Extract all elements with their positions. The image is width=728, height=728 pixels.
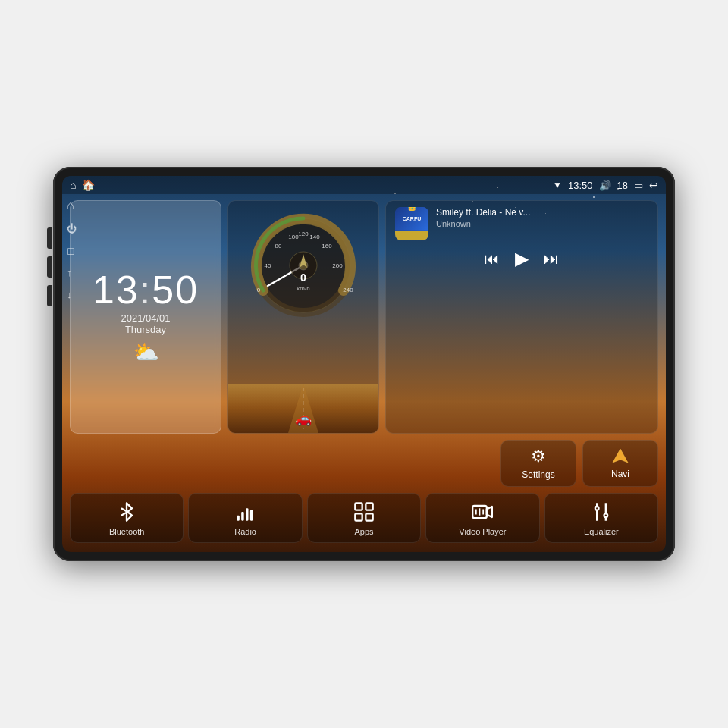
settings-button[interactable]: ⚙ Settings <box>500 440 576 487</box>
apps-label: Apps <box>354 527 373 536</box>
svg-rect-27 <box>366 513 372 520</box>
svg-rect-23 <box>249 510 253 521</box>
volume-value: 18 <box>617 180 628 191</box>
gauge-container: 0 40 80 100 120 140 160 200 240 <box>239 201 368 318</box>
svg-marker-19 <box>613 449 628 463</box>
apps-button[interactable]: Apps <box>307 493 421 543</box>
speedometer-svg: 0 40 80 100 120 140 160 200 240 <box>239 201 368 318</box>
apps-icon <box>353 501 375 522</box>
clock-colon: : <box>140 268 152 312</box>
settings-icon: ⚙ <box>531 447 546 466</box>
next-button[interactable]: ⏭ <box>544 250 559 268</box>
android-recents-btn[interactable]: ◻ <box>67 245 77 256</box>
svg-text:0: 0 <box>300 271 306 284</box>
android-back-btn[interactable]: ⏻ <box>67 223 77 234</box>
svg-text:140: 140 <box>309 234 320 240</box>
screen: ⌂ 🏠 ▼ 13:50 🔊 18 ▭ ↩ 13:50 <box>62 176 666 552</box>
vol-up-btn[interactable]: ↑ <box>67 267 77 278</box>
video-icon <box>472 501 493 522</box>
logo-text: CARFU <box>403 216 422 221</box>
radio-icon <box>235 501 256 522</box>
svg-text:240: 240 <box>343 287 353 293</box>
music-title: Smiley ft. Delia - Ne v... <box>436 207 648 218</box>
clock-day: Thursday <box>125 324 166 335</box>
svg-text:40: 40 <box>265 262 271 269</box>
music-logo: CARFU 👑 <box>395 207 428 240</box>
home-icon[interactable]: ⌂ <box>70 179 76 191</box>
svg-rect-22 <box>246 508 249 520</box>
svg-marker-29 <box>487 507 492 517</box>
status-bar-left: ⌂ 🏠 <box>70 179 95 191</box>
car-head-unit: ⌂ 🏠 ▼ 13:50 🔊 18 ▭ ↩ 13:50 <box>53 167 675 561</box>
vol-down-btn[interactable]: ↓ <box>67 289 77 300</box>
side-buttons <box>47 228 52 306</box>
battery-icon: ▭ <box>634 180 643 191</box>
status-bar-right: ▼ 13:50 🔊 18 ▭ ↩ <box>553 179 658 191</box>
status-time: 13:50 <box>568 180 593 191</box>
middle-row: ⚙ Settings Navi <box>70 440 658 487</box>
side-btn-1[interactable] <box>47 228 52 249</box>
svg-text:160: 160 <box>322 243 332 249</box>
location-icon[interactable]: 🏠 <box>82 179 95 191</box>
logo-ribbon <box>395 231 428 240</box>
svg-point-36 <box>604 513 607 517</box>
music-info: Smiley ft. Delia - Ne v... Unknown <box>436 207 648 228</box>
speaker-icon: 🔊 <box>599 180 611 191</box>
music-controls: ⏮ ▶ ⏭ <box>395 248 648 269</box>
svg-text:100: 100 <box>288 234 299 240</box>
app-bar: Bluetooth Radio <box>70 493 658 546</box>
prev-button[interactable]: ⏮ <box>485 250 500 268</box>
status-bar: ⌂ 🏠 ▼ 13:50 🔊 18 ▭ ↩ <box>62 176 666 194</box>
settings-label: Settings <box>522 469 554 480</box>
car-icon: 🚗 <box>295 410 312 427</box>
svg-text:0: 0 <box>257 287 261 293</box>
music-artist: Unknown <box>436 219 648 228</box>
side-btn-3[interactable] <box>47 285 52 306</box>
radio-label: Radio <box>234 527 256 536</box>
video-button[interactable]: Video Player <box>425 493 539 543</box>
video-label: Video Player <box>459 527 506 536</box>
radio-button[interactable]: Radio <box>188 493 302 543</box>
clock-minutes: 50 <box>152 268 199 312</box>
svg-text:80: 80 <box>275 243 282 249</box>
svg-point-33 <box>595 507 599 510</box>
equalizer-button[interactable]: Equalizer <box>544 493 658 543</box>
main-content: 13:50 2021/04/01 Thursday ⛅ 🚗 <box>62 194 666 552</box>
svg-rect-20 <box>237 516 240 521</box>
svg-rect-21 <box>241 512 244 521</box>
bluetooth-icon <box>116 501 137 522</box>
clock-widget: 13:50 2021/04/01 Thursday ⛅ <box>70 200 221 434</box>
navi-label: Navi <box>611 469 629 479</box>
side-btn-2[interactable] <box>47 256 52 278</box>
back-icon[interactable]: ↩ <box>649 179 658 191</box>
svg-text:km/h: km/h <box>297 285 309 292</box>
clock-hours: 13 <box>93 268 140 312</box>
wifi-icon: ▼ <box>553 180 562 190</box>
top-row: 13:50 2021/04/01 Thursday ⛅ 🚗 <box>70 200 658 434</box>
music-top: CARFU 👑 Smiley ft. Delia - Ne v... Unkno… <box>395 207 648 240</box>
play-button[interactable]: ▶ <box>515 248 529 269</box>
navi-icon <box>611 447 629 466</box>
speedometer-widget: 🚗 0 <box>228 200 379 434</box>
clock-date: 2021/04/01 <box>121 312 170 324</box>
equalizer-label: Equalizer <box>584 527 619 536</box>
svg-rect-26 <box>355 513 362 520</box>
svg-text:200: 200 <box>332 262 343 269</box>
svg-rect-25 <box>366 503 372 510</box>
music-widget: CARFU 👑 Smiley ft. Delia - Ne v... Unkno… <box>385 200 658 434</box>
screen-side-icons: ⌂ ⏻ ◻ ↑ ↓ <box>67 199 77 300</box>
equalizer-icon <box>591 501 612 522</box>
weather-icon: ⛅ <box>133 340 159 365</box>
bluetooth-label: Bluetooth <box>109 527 144 536</box>
svg-text:120: 120 <box>298 231 309 237</box>
android-home-icon[interactable]: ⌂ <box>67 199 77 212</box>
navi-button[interactable]: Navi <box>582 440 658 487</box>
svg-rect-24 <box>355 503 362 510</box>
bluetooth-button[interactable]: Bluetooth <box>70 493 184 543</box>
clock-time: 13:50 <box>93 270 199 309</box>
